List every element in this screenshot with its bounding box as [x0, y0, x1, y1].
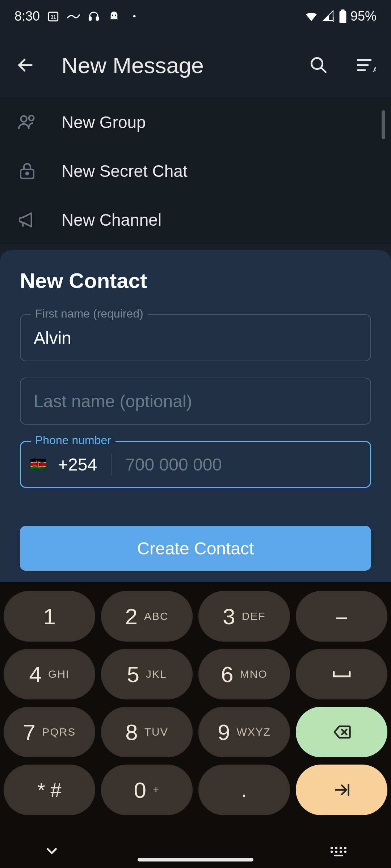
svg-point-4 — [112, 14, 113, 16]
key-symbol[interactable]: * # — [4, 765, 95, 815]
battery-icon — [339, 9, 347, 23]
keyboard-switch-icon[interactable] — [329, 845, 348, 858]
svg-text:!: ! — [332, 16, 334, 23]
nav-bar — [0, 835, 391, 868]
key-7[interactable]: 7PQRS — [4, 707, 95, 757]
svg-point-18 — [344, 847, 346, 849]
headset-icon — [87, 9, 101, 23]
first-name-label: First name (required) — [31, 307, 148, 320]
svg-point-20 — [335, 851, 337, 853]
svg-point-11 — [21, 116, 27, 122]
phone-field-wrap: Phone number 🇰🇪 +254 — [20, 441, 371, 488]
key-1[interactable]: 1 — [4, 591, 95, 642]
key-6[interactable]: 6MNO — [198, 649, 290, 699]
home-indicator[interactable] — [138, 858, 253, 861]
phone-input-row: 🇰🇪 +254 — [20, 441, 371, 488]
create-contact-button[interactable]: Create Contact — [20, 526, 371, 571]
key-0[interactable]: 0+ — [101, 765, 193, 815]
key-5[interactable]: 5JKL — [101, 649, 193, 699]
divider — [111, 454, 112, 475]
key-symbol[interactable]: . — [198, 765, 290, 815]
svg-point-12 — [29, 115, 34, 120]
key-8[interactable]: 8TUV — [101, 707, 193, 757]
option-label: New Group — [62, 112, 146, 132]
key-symbol[interactable]: – — [296, 591, 387, 642]
svg-text:31: 31 — [50, 14, 56, 20]
last-name-input[interactable] — [20, 378, 371, 425]
svg-rect-2 — [89, 17, 91, 20]
signal-icon: ! — [322, 10, 335, 23]
ghost-icon — [107, 9, 121, 23]
lock-icon — [14, 158, 40, 184]
svg-rect-7 — [341, 9, 344, 11]
option-label: New Channel — [62, 210, 161, 230]
sort-icon[interactable]: A — [355, 54, 377, 76]
svg-point-22 — [344, 851, 346, 853]
svg-point-21 — [340, 851, 342, 853]
dot-icon: • — [127, 9, 141, 23]
page-title: New Message — [62, 52, 293, 78]
svg-point-15 — [331, 847, 333, 849]
first-name-field-wrap: First name (required) — [20, 314, 371, 361]
svg-point-14 — [26, 172, 29, 175]
key-2[interactable]: 2ABC — [101, 591, 193, 642]
svg-point-19 — [331, 851, 333, 853]
clock: 8:30 — [14, 9, 40, 24]
svg-rect-8 — [340, 11, 346, 23]
megaphone-icon — [14, 207, 40, 233]
svg-point-5 — [115, 14, 116, 16]
key-4[interactable]: 4GHI — [4, 649, 95, 699]
svg-point-17 — [340, 847, 342, 849]
key-3[interactable]: 3DEF — [198, 591, 290, 642]
search-icon[interactable] — [308, 54, 329, 76]
group-icon — [14, 110, 40, 135]
back-icon[interactable] — [14, 54, 36, 76]
app-header: New Message A — [0, 33, 391, 98]
key-symbol[interactable] — [296, 649, 387, 699]
calendar-icon: 31 — [46, 9, 60, 23]
last-name-field-wrap — [20, 378, 371, 425]
key-9[interactable]: 9WXYZ — [198, 707, 290, 757]
wifi-icon — [304, 9, 319, 24]
sheet-title: New Contact — [20, 268, 371, 293]
svg-rect-23 — [334, 855, 343, 856]
key-backspace[interactable] — [296, 707, 387, 757]
key-enter[interactable] — [296, 765, 387, 815]
svg-rect-3 — [96, 17, 98, 20]
country-code[interactable]: +254 — [58, 455, 97, 475]
option-new-channel[interactable]: New Channel — [0, 195, 391, 244]
numeric-keypad: 12ABC3DEF–4GHI5JKL6MNO7PQRS8TUV9WXYZ* #0… — [0, 582, 391, 868]
phone-label: Phone number — [31, 434, 115, 447]
first-name-input[interactable] — [20, 314, 371, 361]
phone-number-input[interactable] — [125, 455, 361, 475]
option-new-secret-chat[interactable]: New Secret Chat — [0, 146, 391, 195]
options-list: New Group New Secret Chat New Channel — [0, 98, 391, 244]
svg-point-16 — [335, 847, 337, 849]
collapse-keyboard-icon[interactable] — [43, 843, 60, 861]
flag-icon[interactable]: 🇰🇪 — [30, 458, 48, 471]
option-label: New Secret Chat — [62, 161, 188, 181]
svg-text:A: A — [373, 66, 376, 74]
swoosh-icon — [67, 9, 80, 23]
scroll-indicator[interactable] — [382, 110, 385, 139]
battery-pct: 95% — [350, 9, 377, 24]
status-bar: 8:30 31 • ! 95% — [0, 0, 391, 33]
option-new-group[interactable]: New Group — [0, 98, 391, 146]
